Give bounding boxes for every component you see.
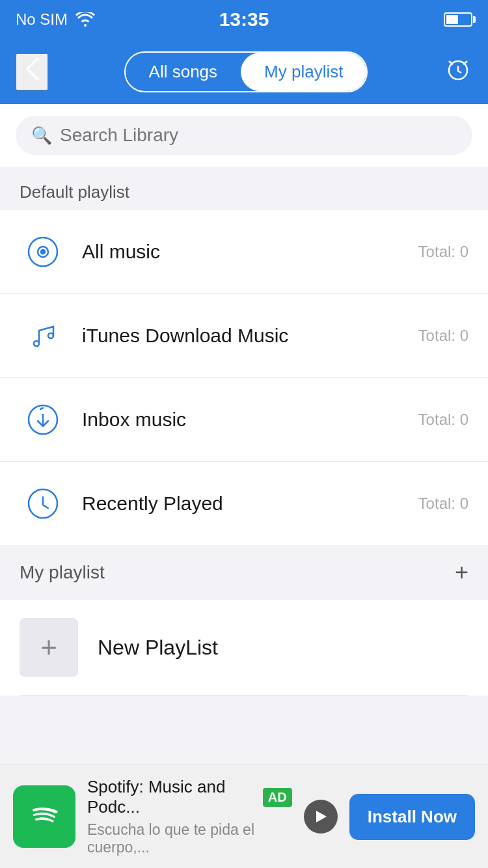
playlist-total: Total: 0 (418, 495, 468, 513)
nav-bar: All songs My playlist (0, 39, 488, 104)
status-left: No SIM (16, 10, 95, 29)
battery-icon (444, 12, 472, 27)
search-container: 🔍 (0, 104, 488, 167)
svg-point-5 (48, 333, 53, 338)
ad-app-icon (13, 785, 75, 848)
ad-badge: AD (263, 788, 292, 807)
list-item[interactable]: Recently Played Total: 0 (0, 461, 488, 545)
my-playlist-title: My playlist (20, 562, 105, 583)
list-item[interactable]: All music Total: 0 (0, 210, 488, 293)
default-playlist-section: All music Total: 0 iTunes Download Music… (0, 210, 488, 545)
search-input[interactable] (60, 125, 457, 146)
ad-info: Spotify: Music and Podc... AD Escucha lo… (87, 777, 292, 856)
new-playlist-icon: + (20, 618, 78, 677)
alarm-button[interactable] (444, 55, 472, 89)
default-playlist-header: Default playlist (0, 167, 488, 210)
playlist-name: Inbox music (82, 409, 418, 431)
install-now-button[interactable]: Install Now (349, 794, 475, 840)
new-playlist-item[interactable]: + New PlayList (0, 600, 488, 695)
inbox-icon (20, 396, 66, 443)
status-time: 13:35 (219, 8, 269, 31)
search-icon: 🔍 (31, 126, 52, 146)
status-bar: No SIM 13:35 (0, 0, 488, 39)
svg-point-8 (21, 794, 67, 839)
ad-app-title: Spotify: Music and Podc... (87, 777, 255, 817)
playlist-total: Total: 0 (418, 327, 468, 345)
add-playlist-button[interactable]: + (455, 561, 468, 584)
playlist-total: Total: 0 (418, 243, 468, 261)
ad-play-icon (304, 800, 338, 834)
tab-my-playlist[interactable]: My playlist (241, 53, 366, 91)
status-right (444, 12, 472, 27)
svg-marker-9 (316, 811, 327, 822)
playlist-name: All music (82, 241, 418, 263)
carrier-label: No SIM (16, 10, 68, 29)
spotify-logo-icon (21, 794, 67, 839)
list-item[interactable]: Inbox music Total: 0 (0, 377, 488, 461)
ad-subtitle: Escucha lo que te pida el cuerpo,... (87, 821, 254, 856)
ad-banner: Spotify: Music and Podc... AD Escucha lo… (0, 765, 488, 868)
ad-title-row: Spotify: Music and Podc... AD (87, 777, 292, 817)
play-icon (313, 809, 329, 824)
recently-played-icon (20, 480, 66, 527)
list-item[interactable]: iTunes Download Music Total: 0 (0, 293, 488, 377)
my-playlist-header: My playlist + (0, 545, 488, 600)
wifi-icon (75, 12, 95, 27)
playlist-name: Recently Played (82, 493, 418, 515)
plus-icon: + (40, 633, 57, 662)
svg-point-4 (34, 341, 39, 346)
new-playlist-name: New PlayList (98, 636, 218, 660)
new-playlist-section: + New PlayList (0, 600, 488, 696)
all-music-icon (20, 228, 66, 275)
itunes-icon (20, 312, 66, 359)
svg-point-3 (41, 250, 45, 254)
playlist-name: iTunes Download Music (82, 325, 418, 347)
search-box: 🔍 (16, 116, 472, 155)
back-button[interactable] (16, 53, 48, 90)
playlist-total: Total: 0 (418, 411, 468, 429)
tab-switcher: All songs My playlist (124, 51, 368, 92)
tab-all-songs[interactable]: All songs (126, 53, 241, 91)
